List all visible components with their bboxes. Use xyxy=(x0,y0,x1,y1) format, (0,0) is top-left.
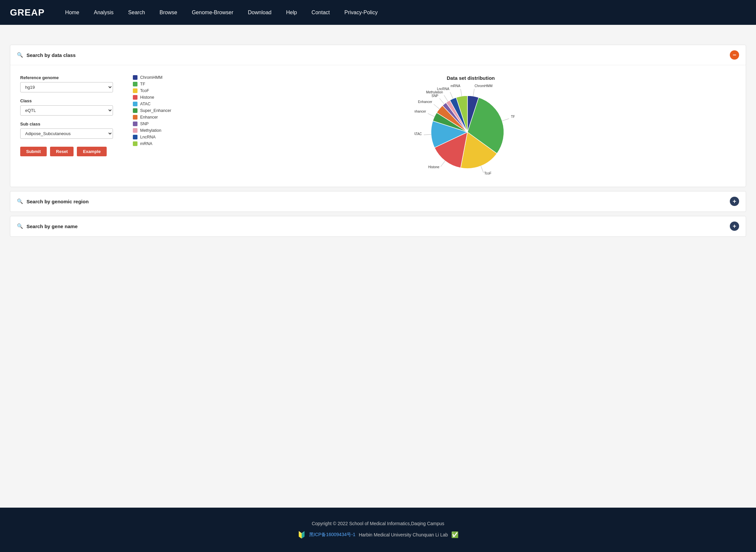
example-button[interactable]: Example xyxy=(77,147,106,156)
legend-item: Super_Enhancer xyxy=(133,108,186,113)
footer-copyright: Copyright © 2022 School of Medical Infor… xyxy=(7,521,749,526)
search-icon-2: 🔍 xyxy=(17,198,23,204)
legend-color-swatch xyxy=(133,135,137,139)
legend-color-swatch xyxy=(133,122,137,126)
panel-genomic-region-toggle[interactable]: + xyxy=(730,197,739,206)
panel-gene-name: 🔍 Search by gene name + xyxy=(10,216,746,237)
legend-item: ChromHMM xyxy=(133,75,186,80)
pie-label: mRNA xyxy=(451,84,461,88)
main-content: 🔍 Search by data class − Reference genom… xyxy=(0,25,756,488)
submit-button[interactable]: Submit xyxy=(20,147,47,156)
nav-link-browse[interactable]: Browse xyxy=(152,0,184,25)
lab-name: Harbin Medical University Chunquan Li La… xyxy=(359,532,448,537)
subclass-label: Sub class xyxy=(20,122,113,127)
nav-link-analysis[interactable]: Analysis xyxy=(87,0,121,25)
legend-label: Enhancer xyxy=(140,115,158,120)
legend-label: mRNA xyxy=(140,141,152,146)
pie-svg: ChromHMMTFTcoFHistoneATACSuper_EnhancerE… xyxy=(414,84,527,177)
panel-gene-name-header[interactable]: 🔍 Search by gene name + xyxy=(10,216,746,237)
nav-link-home[interactable]: Home xyxy=(58,0,87,25)
legend-item: SNP xyxy=(133,122,186,126)
legend-color-swatch xyxy=(133,141,137,146)
panel-data-class: 🔍 Search by data class − Reference genom… xyxy=(10,45,746,187)
legend-color-swatch xyxy=(133,108,137,113)
chart-legend: ChromHMMTFTcoFHistoneATACSuper_EnhancerE… xyxy=(133,75,186,148)
class-group: Class eQTLTFHistoneATACChromHMM xyxy=(20,98,113,116)
pie-label: Enhancer xyxy=(418,100,432,104)
pie-label: LncRNA xyxy=(437,87,450,91)
pie-label: Histone xyxy=(428,165,439,169)
panel-genomic-region-header[interactable]: 🔍 Search by genomic region + xyxy=(10,191,746,212)
pie-label-line xyxy=(473,89,474,96)
reset-button[interactable]: Reset xyxy=(50,147,74,156)
panel-gene-name-title: 🔍 Search by gene name xyxy=(17,223,78,229)
nav-link-help[interactable]: Help xyxy=(279,0,304,25)
search-form: Reference genome hg19hg38mm10 Class eQTL… xyxy=(20,75,113,156)
verify-icon: ✅ xyxy=(451,531,459,538)
search-icon: 🔍 xyxy=(17,52,23,58)
class-select[interactable]: eQTLTFHistoneATACChromHMM xyxy=(20,105,113,116)
legend-item: mRNA xyxy=(133,141,186,146)
navigation: GREAP HomeAnalysisSearchBrowseGenome-Bro… xyxy=(0,0,756,25)
legend-label: TcoF xyxy=(140,89,149,93)
legend-item: Methylation xyxy=(133,128,186,133)
legend-label: Histone xyxy=(140,95,154,100)
panel-data-class-header[interactable]: 🔍 Search by data class − xyxy=(10,45,746,65)
nav-link-contact[interactable]: Contact xyxy=(304,0,337,25)
pie-label-line xyxy=(434,104,439,109)
legend-label: SNP xyxy=(140,122,149,126)
legend-label: ChromHMM xyxy=(140,75,162,80)
nav-link-download[interactable]: Download xyxy=(241,0,279,25)
legend-color-swatch xyxy=(133,95,137,100)
legend-item: Histone xyxy=(133,95,186,100)
legend-item: Enhancer xyxy=(133,115,186,120)
nav-link-privacy-policy[interactable]: Privacy-Policy xyxy=(337,0,385,25)
icp-badge-icon: 🔰 xyxy=(297,531,306,539)
footer-icp: 🔰 黑ICP备16009434号-1 Harbin Medical Univer… xyxy=(7,531,749,539)
legend-color-swatch xyxy=(133,128,137,133)
nav-link-search[interactable]: Search xyxy=(121,0,152,25)
pie-chart: ChromHMMTFTcoFHistoneATACSuper_EnhancerE… xyxy=(414,84,527,177)
legend-label: LncRNA xyxy=(140,135,156,139)
legend-label: Super_Enhancer xyxy=(140,108,171,113)
subclass-select[interactable]: Adipose_SubcutaneousBrainLiverHeart xyxy=(20,129,113,139)
legend-color-swatch xyxy=(133,75,137,80)
nav-links: HomeAnalysisSearchBrowseGenome-BrowserDo… xyxy=(58,0,746,25)
pie-label: Super_Enhancer xyxy=(414,110,426,113)
pie-label-line xyxy=(461,89,462,96)
icp-link[interactable]: 黑ICP备16009434号-1 xyxy=(309,532,356,538)
chart-title: Data set distribution xyxy=(447,75,495,81)
legend-label: TF xyxy=(140,82,145,87)
nav-link-genome-browser[interactable]: Genome-Browser xyxy=(184,0,241,25)
legend-item: ATAC xyxy=(133,102,186,106)
search-icon-3: 🔍 xyxy=(17,223,23,229)
pie-label-line xyxy=(424,134,431,135)
legend-label: Methylation xyxy=(140,128,161,133)
pie-label-line xyxy=(481,166,483,172)
pie-label: ATAC xyxy=(414,132,422,136)
panel-genomic-region: 🔍 Search by genomic region + xyxy=(10,191,746,212)
panel-data-class-toggle[interactable]: − xyxy=(730,50,739,59)
pie-label-line xyxy=(502,119,509,121)
legend-item: LncRNA xyxy=(133,135,186,139)
pie-label-line xyxy=(450,92,453,99)
pie-label-line xyxy=(428,114,435,117)
pie-label-line xyxy=(444,95,448,102)
pie-label: SNP xyxy=(431,94,438,98)
subclass-group: Sub class Adipose_SubcutaneousBrainLiver… xyxy=(20,122,113,139)
legend-color-swatch xyxy=(133,82,137,87)
legend-color-swatch xyxy=(133,89,137,93)
pie-label: TcoF xyxy=(484,171,492,175)
reference-genome-select[interactable]: hg19hg38mm10 xyxy=(20,82,113,92)
pie-label-line xyxy=(440,161,445,166)
reference-genome-group: Reference genome hg19hg38mm10 xyxy=(20,75,113,92)
legend-color-swatch xyxy=(133,115,137,120)
pie-label-line xyxy=(439,98,444,104)
legend-label: ATAC xyxy=(140,102,150,106)
legend-item: TcoF xyxy=(133,89,186,93)
legend-item: TF xyxy=(133,82,186,87)
panel-gene-name-toggle[interactable]: + xyxy=(730,222,739,231)
pie-label: TF xyxy=(511,115,515,119)
panel-data-class-body: Reference genome hg19hg38mm10 Class eQTL… xyxy=(10,65,746,187)
footer: Copyright © 2022 School of Medical Infor… xyxy=(0,508,756,552)
